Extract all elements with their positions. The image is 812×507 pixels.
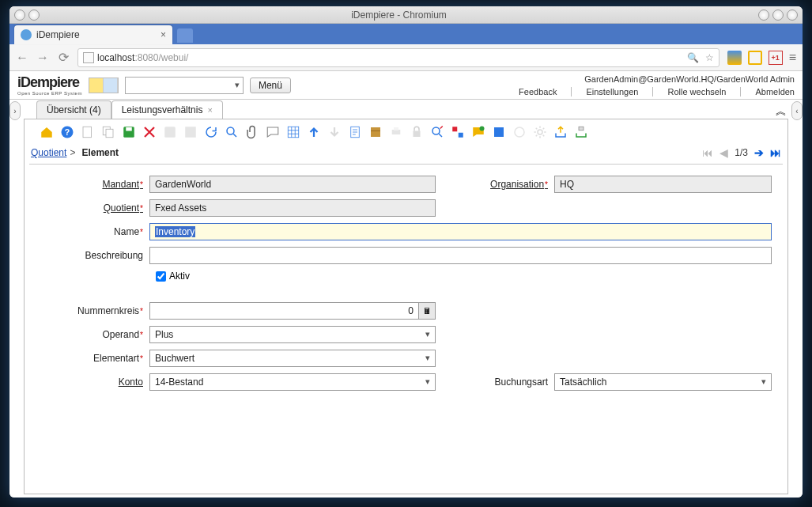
back-button[interactable]: ← <box>16 51 28 65</box>
ignore-icon <box>183 124 198 140</box>
window-maximize-icon[interactable] <box>772 9 784 21</box>
menu-icon[interactable]: ≡ <box>789 51 796 65</box>
next-record-icon[interactable]: ➔ <box>754 146 764 159</box>
tab-label: Leistungsverhältnis <box>122 104 203 115</box>
aktiv-checkbox[interactable] <box>156 271 166 282</box>
refresh-icon[interactable] <box>203 124 219 140</box>
app-logo: iDempiere Open Source ERP System <box>17 74 82 96</box>
translate-icon[interactable] <box>727 51 742 65</box>
star-icon[interactable]: ☆ <box>705 52 714 63</box>
url-text: localhost:8080/webui/ <box>97 52 188 63</box>
konto-select[interactable]: 14-Bestand <box>149 373 436 391</box>
header-toolbar <box>89 78 119 93</box>
requests-icon[interactable] <box>470 124 486 140</box>
name-input[interactable]: Inventory <box>149 223 772 240</box>
window-titlebar: iDempiere - Chromium <box>9 6 803 24</box>
folder-icon[interactable] <box>104 78 118 93</box>
close-icon[interactable]: × <box>161 29 166 40</box>
svg-point-22 <box>538 130 542 134</box>
browser-tab[interactable]: iDempiere × <box>14 25 172 44</box>
label-quotient: Quotient <box>40 202 143 214</box>
zoom-across-icon[interactable] <box>429 124 445 140</box>
first-record-icon: ⏮ <box>702 146 713 159</box>
operand-select[interactable]: Plus <box>149 326 436 343</box>
help-icon[interactable]: ? <box>59 124 75 140</box>
tab-leistungsverhaeltnis[interactable]: Leistungsverhältnis × <box>111 100 223 119</box>
home-icon[interactable] <box>39 124 55 140</box>
product-info-icon[interactable] <box>491 124 507 140</box>
label-operand: Operand <box>40 329 143 340</box>
expand-left-panel-button[interactable]: › <box>9 101 21 120</box>
nummernkreis-input[interactable]: 0 <box>149 302 418 320</box>
import-icon[interactable] <box>573 124 589 140</box>
parent-record-icon[interactable] <box>306 124 322 140</box>
copy-icon[interactable] <box>100 124 116 140</box>
label-elementart: Elementart <box>40 353 143 364</box>
gplus-icon[interactable]: +1 <box>769 51 783 65</box>
elementart-select[interactable]: Buchwert <box>149 350 436 367</box>
note-icon[interactable] <box>89 78 104 93</box>
mobile-icon[interactable] <box>748 51 762 65</box>
window-menu-icon[interactable] <box>14 9 25 21</box>
new-tab-button[interactable] <box>177 28 193 43</box>
label-konto: Konto <box>40 376 143 388</box>
breadcrumb-root[interactable]: Quotient <box>31 147 66 158</box>
mandant-field: GardenWorld <box>149 176 436 193</box>
svg-point-16 <box>432 127 440 134</box>
collapse-up-icon[interactable]: ︽ <box>776 104 787 119</box>
breadcrumb-separator: > <box>70 147 75 158</box>
settings-link[interactable]: Einstellungen <box>571 87 638 96</box>
svg-rect-20 <box>494 127 504 137</box>
detail-record-icon <box>327 124 342 140</box>
attachment-icon[interactable] <box>244 124 260 140</box>
menu-button[interactable]: Menü <box>250 78 291 93</box>
search-icon[interactable] <box>224 124 240 140</box>
window-title: iDempiere - Chromium <box>40 9 758 21</box>
buchungsart-select[interactable]: Tatsächlich <box>554 373 772 391</box>
breadcrumb-current: Element <box>81 147 119 158</box>
change-role-link[interactable]: Rolle wechseln <box>652 87 726 96</box>
quick-search-combo[interactable] <box>125 77 244 94</box>
window-minimize-icon[interactable] <box>758 9 769 21</box>
close-icon[interactable]: × <box>207 105 212 115</box>
gear-icon[interactable] <box>532 124 548 140</box>
label-mandant: Mandant <box>40 179 143 190</box>
svg-rect-23 <box>579 127 584 131</box>
delete-icon[interactable] <box>142 124 157 140</box>
chat-icon[interactable] <box>265 124 281 140</box>
label-beschreibung: Beschreibung <box>40 250 143 261</box>
active-workflow-icon[interactable] <box>450 124 466 140</box>
svg-rect-14 <box>394 127 398 131</box>
tab-label: Übersicht (4) <box>47 104 101 115</box>
lock-icon[interactable] <box>409 124 425 140</box>
window-pin-icon[interactable] <box>28 9 40 21</box>
svg-rect-13 <box>392 130 401 134</box>
forward-button: → <box>36 51 49 65</box>
zoom-icon[interactable]: 🔍 <box>687 52 699 63</box>
calculator-icon[interactable]: 🖩 <box>418 302 436 320</box>
beschreibung-input[interactable] <box>149 247 772 264</box>
svg-rect-18 <box>459 133 463 138</box>
archive-icon[interactable] <box>368 124 383 140</box>
pager-text: 1/3 <box>735 147 748 158</box>
undo-icon <box>162 124 178 140</box>
export-icon[interactable] <box>553 124 568 140</box>
svg-rect-12 <box>371 127 380 137</box>
report-icon[interactable] <box>347 124 363 140</box>
svg-rect-6 <box>126 127 132 131</box>
logout-link[interactable]: Abmelden <box>740 87 795 96</box>
expand-right-panel-button[interactable]: ‹ <box>791 101 803 120</box>
svg-rect-15 <box>414 131 421 138</box>
save-icon[interactable] <box>121 124 137 140</box>
label-organisation: Organisation <box>445 179 548 190</box>
grid-toggle-icon[interactable] <box>285 124 301 140</box>
new-icon[interactable] <box>80 124 96 140</box>
tab-overview[interactable]: Übersicht (4) <box>36 100 111 119</box>
print-icon[interactable] <box>388 124 404 140</box>
last-record-icon[interactable]: ⏭ <box>770 146 781 159</box>
url-input[interactable]: localhost:8080/webui/ 🔍 ☆ <box>77 48 719 67</box>
feedback-link[interactable]: Feedback <box>519 87 557 96</box>
reload-button[interactable]: ⟳ <box>57 50 70 65</box>
window-close-icon[interactable] <box>787 9 798 21</box>
svg-rect-17 <box>452 127 457 131</box>
